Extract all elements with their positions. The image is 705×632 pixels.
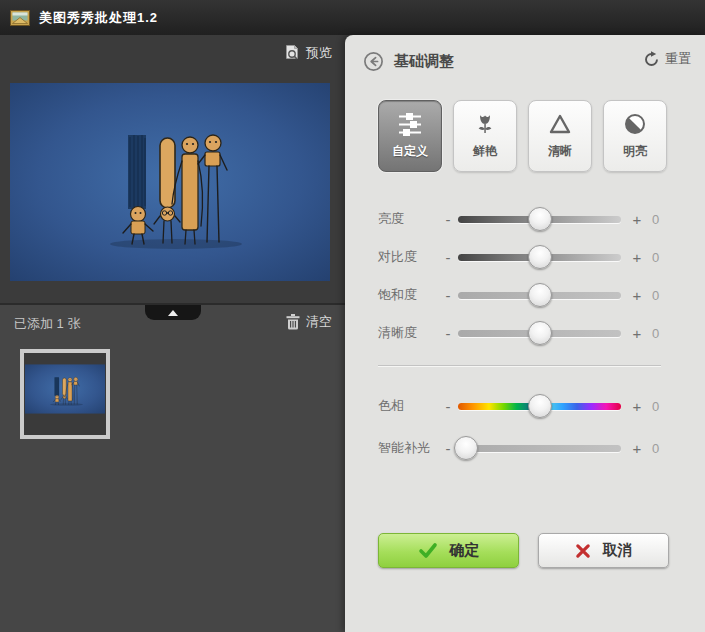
triangle-icon bbox=[548, 112, 572, 136]
collapse-strip-button[interactable] bbox=[145, 305, 201, 320]
contrast-plus-button[interactable]: + bbox=[630, 249, 644, 266]
window-title: 美图秀秀批处理1.2 bbox=[39, 9, 158, 27]
flower-icon bbox=[473, 112, 497, 136]
basic-adjust-panel: 基础调整 重置 自定义 bbox=[345, 35, 705, 632]
fill-light-minus-button[interactable]: - bbox=[441, 440, 455, 457]
slider-row-fill-light: 智能补光 - + 0 bbox=[378, 433, 678, 463]
half-circle-icon bbox=[623, 112, 647, 136]
sharpness-slider[interactable] bbox=[458, 330, 621, 337]
fill-light-value: 0 bbox=[652, 441, 659, 456]
hue-label: 色相 bbox=[378, 397, 441, 415]
slider-row-saturation: 饱和度 - + 0 bbox=[378, 280, 678, 310]
slider-row-sharpness: 清晰度 - + 0 bbox=[378, 318, 678, 348]
ok-button-label: 确定 bbox=[450, 541, 480, 560]
back-icon[interactable] bbox=[363, 51, 384, 72]
saturation-slider[interactable] bbox=[458, 292, 621, 299]
preview-button-label: 预览 bbox=[306, 44, 332, 62]
chevron-up-icon bbox=[168, 310, 178, 316]
preview-doc-icon bbox=[285, 45, 300, 61]
brightness-slider[interactable] bbox=[458, 216, 621, 223]
hue-value: 0 bbox=[652, 399, 659, 414]
image-thumbnail-selected[interactable] bbox=[20, 349, 110, 439]
slider-row-hue: 色相 - + 0 bbox=[378, 391, 678, 421]
ok-button[interactable]: 确定 bbox=[378, 533, 519, 568]
x-icon bbox=[575, 543, 591, 559]
contrast-slider-thumb[interactable] bbox=[528, 245, 552, 269]
sharpness-minus-button[interactable]: - bbox=[441, 325, 455, 342]
preset-vivid-label: 鲜艳 bbox=[473, 143, 497, 160]
sliders-icon bbox=[398, 112, 422, 136]
title-bar: 美图秀秀批处理1.2 bbox=[0, 0, 705, 35]
hue-slider-thumb[interactable] bbox=[528, 394, 552, 418]
preview-button[interactable]: 预览 bbox=[285, 44, 332, 62]
preset-vivid-button[interactable]: 鲜艳 bbox=[453, 100, 517, 172]
clear-all-button[interactable]: 清空 bbox=[286, 313, 332, 331]
hue-slider[interactable] bbox=[458, 403, 621, 410]
preset-bright-button[interactable]: 明亮 bbox=[603, 100, 667, 172]
sharpness-plus-button[interactable]: + bbox=[630, 325, 644, 342]
brightness-slider-thumb[interactable] bbox=[528, 207, 552, 231]
sharpness-slider-thumb[interactable] bbox=[528, 321, 552, 345]
app-window: 美图秀秀批处理1.2 预览 已添加 1 张 bbox=[0, 0, 705, 632]
reset-button[interactable]: 重置 bbox=[643, 50, 691, 68]
fill-light-plus-button[interactable]: + bbox=[630, 440, 644, 457]
added-count-label: 已添加 1 张 bbox=[14, 315, 80, 333]
cancel-button[interactable]: 取消 bbox=[538, 533, 669, 568]
saturation-minus-button[interactable]: - bbox=[441, 287, 455, 304]
contrast-value: 0 bbox=[652, 250, 659, 265]
preview-image bbox=[10, 83, 330, 281]
hue-minus-button[interactable]: - bbox=[441, 398, 455, 415]
fill-light-slider-thumb[interactable] bbox=[454, 436, 478, 460]
reset-button-label: 重置 bbox=[665, 50, 691, 68]
reset-icon bbox=[643, 51, 660, 68]
slider-row-brightness: 亮度 - + 0 bbox=[378, 204, 678, 234]
contrast-label: 对比度 bbox=[378, 248, 441, 266]
saturation-slider-thumb[interactable] bbox=[528, 283, 552, 307]
panel-header: 基础调整 重置 bbox=[363, 49, 691, 73]
preset-sharp-button[interactable]: 清晰 bbox=[528, 100, 592, 172]
preset-custom-label: 自定义 bbox=[392, 143, 428, 160]
brightness-minus-button[interactable]: - bbox=[441, 211, 455, 228]
brightness-label: 亮度 bbox=[378, 210, 441, 228]
thumbnail-image bbox=[25, 364, 105, 414]
trash-icon bbox=[286, 314, 300, 330]
brightness-plus-button[interactable]: + bbox=[630, 211, 644, 228]
preset-custom-button[interactable]: 自定义 bbox=[378, 100, 442, 172]
saturation-value: 0 bbox=[652, 288, 659, 303]
cancel-button-label: 取消 bbox=[603, 541, 633, 560]
slider-row-contrast: 对比度 - + 0 bbox=[378, 242, 678, 272]
panel-title: 基础调整 bbox=[394, 52, 454, 71]
saturation-label: 饱和度 bbox=[378, 286, 441, 304]
brightness-value: 0 bbox=[652, 212, 659, 227]
check-icon bbox=[418, 542, 438, 559]
preset-button-row: 自定义 鲜艳 清晰 bbox=[378, 100, 667, 172]
sharpness-label: 清晰度 bbox=[378, 324, 441, 342]
image-list-panel: 预览 已添加 1 张 清空 bbox=[0, 35, 345, 632]
preset-bright-label: 明亮 bbox=[623, 143, 647, 160]
sharpness-value: 0 bbox=[652, 326, 659, 341]
contrast-slider[interactable] bbox=[458, 254, 621, 261]
hue-plus-button[interactable]: + bbox=[630, 398, 644, 415]
fill-light-slider[interactable] bbox=[458, 445, 621, 452]
added-images-strip: 已添加 1 张 清空 bbox=[0, 303, 345, 632]
clear-button-label: 清空 bbox=[306, 313, 332, 331]
contrast-minus-button[interactable]: - bbox=[441, 249, 455, 266]
preset-sharp-label: 清晰 bbox=[548, 143, 572, 160]
app-icon bbox=[10, 10, 30, 26]
fill-light-label: 智能补光 bbox=[378, 439, 441, 457]
section-divider bbox=[378, 365, 661, 367]
saturation-plus-button[interactable]: + bbox=[630, 287, 644, 304]
